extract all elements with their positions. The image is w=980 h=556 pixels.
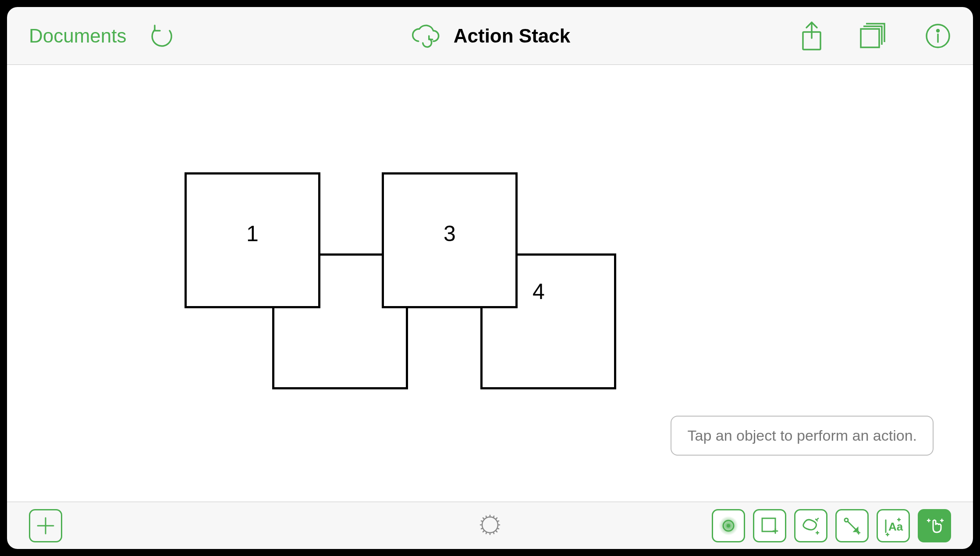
share-button[interactable] bbox=[799, 21, 824, 51]
svg-point-3 bbox=[937, 29, 939, 32]
svg-rect-24 bbox=[762, 518, 775, 531]
bottom-center-group bbox=[479, 513, 501, 538]
svg-text:Aa: Aa bbox=[888, 520, 903, 533]
canvas[interactable]: 2 4 1 3 Tap an object to perform an acti… bbox=[7, 65, 973, 502]
action-tool[interactable] bbox=[918, 509, 951, 542]
svg-line-14 bbox=[494, 516, 494, 517]
canvases-button[interactable] bbox=[859, 23, 890, 49]
shape-label: 1 bbox=[246, 221, 259, 246]
rectangle-tool[interactable] bbox=[753, 509, 786, 542]
tooltip-text: Tap an object to perform an action. bbox=[687, 427, 917, 444]
selection-tool[interactable] bbox=[712, 509, 745, 542]
top-toolbar: Documents Action Stack bbox=[7, 7, 973, 65]
svg-line-13 bbox=[486, 516, 486, 517]
svg-line-10 bbox=[496, 531, 497, 532]
text-tool[interactable]: Aa bbox=[877, 509, 910, 542]
svg-line-11 bbox=[483, 531, 484, 532]
svg-line-9 bbox=[483, 518, 484, 519]
app-window: Documents Action Stack bbox=[7, 7, 973, 549]
svg-line-17 bbox=[481, 521, 483, 521]
shape-box-1[interactable]: 1 bbox=[185, 172, 320, 308]
hint-tooltip: Tap an object to perform an action. bbox=[671, 416, 934, 456]
cloud-sync-icon bbox=[410, 22, 441, 50]
svg-point-23 bbox=[727, 524, 730, 527]
svg-line-18 bbox=[481, 528, 483, 529]
toolbar-left-group: Documents bbox=[29, 23, 175, 49]
toolbar-center-group: Action Stack bbox=[410, 22, 571, 50]
info-button[interactable] bbox=[925, 23, 951, 49]
svg-rect-1 bbox=[861, 29, 879, 47]
shape-label: 3 bbox=[444, 221, 456, 246]
bottom-toolbar: Aa bbox=[7, 502, 973, 549]
shape-label: 4 bbox=[533, 279, 545, 304]
add-button[interactable] bbox=[29, 509, 62, 542]
svg-line-12 bbox=[496, 518, 497, 519]
line-tool[interactable] bbox=[835, 509, 869, 542]
svg-line-16 bbox=[494, 532, 494, 534]
bottom-right-group: Aa bbox=[712, 509, 951, 542]
svg-line-19 bbox=[497, 521, 499, 521]
bottom-left-group bbox=[29, 509, 62, 542]
svg-line-20 bbox=[497, 528, 499, 529]
svg-line-15 bbox=[486, 532, 486, 534]
shape-box-3[interactable]: 3 bbox=[382, 172, 518, 308]
freehand-tool[interactable] bbox=[794, 509, 827, 542]
page-title: Action Stack bbox=[454, 25, 571, 47]
documents-button[interactable]: Documents bbox=[29, 25, 127, 47]
undo-button[interactable] bbox=[149, 23, 175, 49]
toolbar-right-group bbox=[799, 21, 951, 51]
style-button[interactable] bbox=[479, 530, 501, 538]
